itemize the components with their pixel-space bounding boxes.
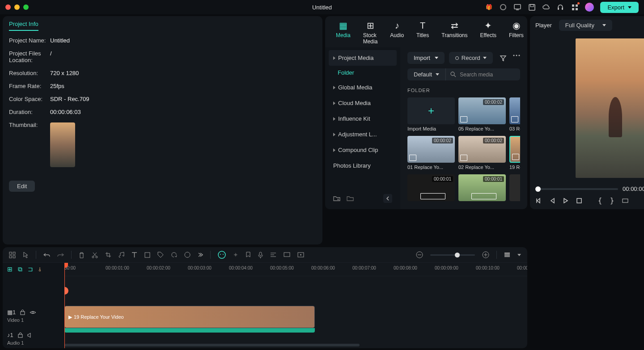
edit-button[interactable]: Edit <box>9 181 35 192</box>
user-avatar[interactable] <box>585 3 594 12</box>
save-icon[interactable] <box>528 3 536 11</box>
play-back-icon[interactable] <box>550 198 555 204</box>
media-item[interactable]: 00:00:0202 Replace Yo... <box>458 136 506 170</box>
zoom-out-icon[interactable] <box>416 251 423 258</box>
collapse-sidebar[interactable] <box>383 194 392 203</box>
sidebar-item-influence-kit[interactable]: Influence Kit <box>329 111 397 127</box>
tab-audio[interactable]: ♪Audio <box>390 21 404 45</box>
sidebar-item-adjustment-l---[interactable]: Adjustment L... <box>329 127 397 142</box>
cloud-icon[interactable] <box>542 3 550 11</box>
text-icon[interactable] <box>131 252 137 258</box>
music-icon[interactable] <box>119 252 124 258</box>
quality-dropdown[interactable]: Full Quality <box>559 20 612 31</box>
media-item[interactable]: 00:00:01 <box>458 174 506 201</box>
ai-icon[interactable] <box>218 251 226 259</box>
monitor-icon[interactable] <box>513 3 521 11</box>
folder-icon[interactable] <box>347 195 354 202</box>
sidebar-item-project-media[interactable]: Project Media <box>329 50 397 66</box>
playhead[interactable] <box>64 263 65 348</box>
svg-rect-56 <box>21 312 25 315</box>
circle-icon[interactable] <box>499 3 507 11</box>
sidebar-item-global-media[interactable]: Global Media <box>329 80 397 95</box>
tab-stock-media[interactable]: ⊞Stock Media <box>363 21 378 45</box>
stop-icon[interactable] <box>576 198 582 203</box>
snap-icon[interactable]: ⫰ <box>38 266 42 273</box>
record-dropdown[interactable]: Record <box>449 52 493 64</box>
sort-dropdown[interactable]: Default <box>407 68 446 80</box>
palette-icon[interactable] <box>184 252 191 258</box>
folder-add-icon[interactable] <box>333 195 340 202</box>
close-window[interactable] <box>5 4 11 10</box>
media-item[interactable]: 00:00:01 <box>509 174 520 201</box>
media-item[interactable]: 00:00:0201 Replace Yo... <box>407 136 455 170</box>
speaker-icon[interactable] <box>27 333 33 338</box>
audio-icon[interactable]: ♪1 <box>7 332 13 338</box>
scrubber[interactable] <box>535 188 618 190</box>
prev-frame-icon[interactable] <box>535 198 542 204</box>
link-icon[interactable]: ⧉ <box>18 266 22 273</box>
redo-icon[interactable] <box>57 252 64 258</box>
lock-icon[interactable] <box>20 309 25 315</box>
headphones-icon[interactable] <box>556 3 564 11</box>
tag-icon[interactable] <box>157 252 164 258</box>
gift-icon[interactable]: 🎁 <box>485 3 493 11</box>
ratio-icon[interactable] <box>622 198 628 204</box>
marker-icon[interactable] <box>246 252 251 258</box>
export-button[interactable]: Export <box>600 2 639 13</box>
magnet-icon[interactable]: ⊐ <box>28 266 33 273</box>
ruler[interactable]: 00:0000:00:01:0000:00:02:0000:00:03:0000… <box>64 263 527 276</box>
tab-transitions[interactable]: ⇄Transitions <box>441 21 467 45</box>
media-item[interactable]: 00:00:0203 Replace Yo... <box>509 97 520 131</box>
import-media-tile[interactable]: + <box>407 97 455 124</box>
tab-titles[interactable]: TTitles <box>416 21 429 45</box>
shape-icon[interactable] <box>144 252 150 258</box>
sidebar-item-compound-clip[interactable]: Compound Clip <box>329 142 397 158</box>
svg-rect-32 <box>9 256 12 258</box>
zoom-slider[interactable] <box>430 254 475 256</box>
lock-icon[interactable] <box>18 332 23 338</box>
eye-icon[interactable] <box>30 310 36 315</box>
more-tools-icon[interactable] <box>198 253 203 257</box>
track-view-icon[interactable] <box>504 252 510 257</box>
cut-icon[interactable] <box>92 252 98 258</box>
project-info-tab[interactable]: Project Info <box>9 21 38 31</box>
screen-icon[interactable] <box>284 252 290 258</box>
delete-icon[interactable] <box>79 252 85 258</box>
undo-icon[interactable] <box>43 252 50 258</box>
tab-media[interactable]: ▦Media <box>336 21 351 45</box>
add-track-icon[interactable]: ⊞ <box>7 266 13 273</box>
search-input[interactable]: Search media <box>446 69 520 80</box>
crop-icon[interactable] <box>105 252 111 258</box>
apps-icon[interactable] <box>571 3 579 11</box>
filter-icon[interactable] <box>500 55 507 62</box>
sparkle-icon[interactable]: ✦ <box>233 251 238 258</box>
align-icon[interactable] <box>270 252 276 257</box>
media-item[interactable]: 00:00:0205 Replace Yo... <box>458 97 506 131</box>
more-icon[interactable] <box>513 55 520 62</box>
chevron-down-icon[interactable] <box>517 254 521 256</box>
play-icon[interactable] <box>563 198 568 204</box>
rotate-icon[interactable] <box>171 252 177 258</box>
minimize-window[interactable] <box>14 4 20 10</box>
camera2-icon[interactable] <box>297 252 304 257</box>
mark-in-icon[interactable]: { <box>598 197 602 205</box>
tab-filters[interactable]: ◉Filters <box>509 21 524 45</box>
sidebar-item-photos-library[interactable]: Photos Library <box>329 158 397 173</box>
preview-viewport[interactable] <box>535 34 644 182</box>
mark-out-icon[interactable]: } <box>610 197 614 205</box>
import-dropdown[interactable]: Import <box>407 52 445 64</box>
media-item[interactable]: 00:00:01 <box>407 174 455 201</box>
zoom-in-icon[interactable] <box>482 251 489 258</box>
sidebar-sub-folder[interactable]: Folder <box>329 66 397 80</box>
sidebar-item-cloud-media[interactable]: Cloud Media <box>329 95 397 111</box>
tab-effects[interactable]: ✦Effects <box>480 21 496 45</box>
mic-icon[interactable] <box>258 252 263 258</box>
timeline-scrollbar[interactable] <box>64 344 527 347</box>
video-icon[interactable]: ▦1 <box>7 309 16 316</box>
cursor-icon[interactable] <box>23 252 29 258</box>
maximize-window[interactable] <box>23 4 29 10</box>
timeline-tracks[interactable]: 00:0000:00:01:0000:00:02:0000:00:03:0000… <box>64 263 527 348</box>
layout-icon[interactable] <box>9 252 16 258</box>
video-clip[interactable]: ▶ 19 Replace Your Video <box>64 306 315 328</box>
media-item[interactable]: 00:00:06✓19 Replace Yo... <box>509 136 520 170</box>
